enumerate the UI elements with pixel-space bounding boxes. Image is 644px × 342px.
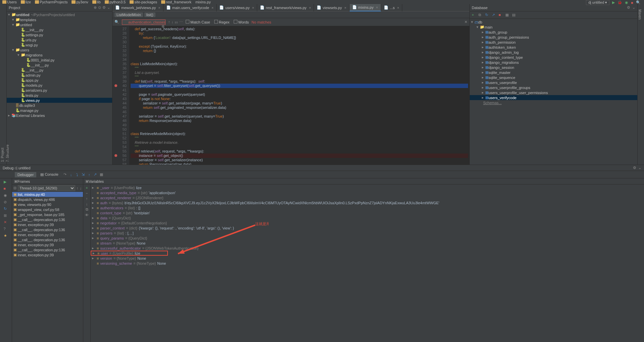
- variable-item[interactable]: ▸≡ auth = {bytes} b'eyJhbGciOiJIUzI1NiIs…: [91, 200, 644, 205]
- debugger-tab[interactable]: Debugger: [15, 172, 36, 177]
- variable-item[interactable]: ▸≡ parsers = {list} : [, , ]: [91, 230, 644, 236]
- more-icon[interactable]: ⋯: [179, 20, 183, 24]
- code-text[interactable]: def get_success_headers(self, data): try…: [129, 26, 469, 165]
- frame-item[interactable]: ▣inner, exception.py:39: [12, 232, 83, 237]
- regex-checkbox[interactable]: Regex: [214, 20, 230, 24]
- project-tool-button[interactable]: 1: Project: [0, 11, 5, 165]
- debug-hide-icon[interactable]: ⌄: [638, 166, 641, 170]
- frame-item[interactable]: ▣__call__, deprecation.py:136: [12, 247, 83, 252]
- frame-item[interactable]: ▣dispatch, views.py:486: [12, 197, 83, 202]
- tree-node[interactable]: 🐍urls.py: [7, 37, 112, 42]
- tree-root[interactable]: ▾📁 untitled ~/PycharmProjects/untitled: [7, 12, 112, 17]
- variable-item[interactable]: ≡ stream = {NoneType} None: [91, 241, 644, 246]
- debug-icon[interactable]: 🐞: [617, 0, 622, 5]
- stop-icon[interactable]: ■: [4, 186, 8, 191]
- search-icon[interactable]: 🔍: [636, 0, 641, 5]
- db-hide-icon[interactable]: ⌄: [632, 5, 635, 10]
- variable-item[interactable]: ▸≡ authenticators = {list} : []: [91, 205, 644, 210]
- db-table[interactable]: ▸▦ auth_group: [470, 30, 637, 35]
- db-table[interactable]: ▸▦ users_verifycode: [470, 95, 637, 100]
- db-table[interactable]: ▸▦ django_session: [470, 65, 637, 70]
- editor-tab[interactable]: 📄users/views.py×: [217, 4, 257, 11]
- debug-settings-icon[interactable]: ⚙: [633, 166, 636, 170]
- thread-dropdown[interactable]: Thread-10 (pid_56290): [18, 185, 75, 191]
- db-table[interactable]: ▸▦ users_userprofile_groups: [470, 85, 637, 90]
- view-breakpoints-icon[interactable]: ◉: [4, 193, 8, 198]
- frame-item[interactable]: ▣inner, exception.py:39: [12, 252, 83, 257]
- close-tab-icon[interactable]: ×: [158, 6, 160, 10]
- next-frame-icon[interactable]: ↓: [80, 186, 82, 190]
- tree-node[interactable]: ▾📁users: [7, 47, 112, 52]
- nav-item[interactable]: Users: [1, 0, 18, 4]
- tree-node[interactable]: 🐍apps.py: [7, 78, 112, 83]
- force-step-icon[interactable]: ⇲: [81, 172, 86, 177]
- run-to-cursor-icon[interactable]: ↗: [93, 172, 98, 177]
- tree-node[interactable]: ▾📁migrations: [7, 52, 112, 57]
- frame-item[interactable]: ▣wrapped_view, csrf.py:58: [12, 207, 83, 212]
- star-icon[interactable]: ★: [4, 233, 8, 238]
- maven-tool-button[interactable]: Maven: [637, 7, 642, 22]
- frame-item[interactable]: ▣list, mixins.py:40: [12, 192, 83, 197]
- close-tab-icon[interactable]: ×: [212, 6, 214, 10]
- editor-tab[interactable]: 📄viewsets.py×: [314, 4, 349, 11]
- nav-item[interactable]: mixins.py: [194, 0, 212, 4]
- nav-item[interactable]: PycharmProjects: [34, 0, 68, 4]
- resume-icon[interactable]: ▶: [4, 180, 8, 184]
- tree-node[interactable]: 🐍tests.py: [7, 93, 112, 98]
- tree-node[interactable]: ▾📁templates: [7, 17, 112, 22]
- tree-node[interactable]: 🐍models.py: [7, 83, 112, 88]
- close-tab-icon[interactable]: ×: [252, 6, 254, 10]
- tree-node[interactable]: ▾📁untitled: [7, 22, 112, 27]
- db-table[interactable]: ▸▦ django_migrations: [470, 60, 637, 65]
- nav-item[interactable]: lib: [91, 0, 102, 4]
- variable-item[interactable]: ▸≡ parser_context = {dict} {'kwargs': {}…: [91, 225, 644, 230]
- tree-node[interactable]: 🐍manage.py: [7, 108, 112, 113]
- match-case-checkbox[interactable]: Match Case: [186, 20, 210, 24]
- down-icon[interactable]: ↓: [86, 202, 88, 206]
- db-table[interactable]: ▸▦ auth_group_permissions: [470, 35, 637, 40]
- variable-item[interactable]: ≡ versioning_scheme = {NoneType} None: [91, 261, 644, 266]
- tree-node[interactable]: 🐍0001_initial.py: [7, 57, 112, 62]
- editor-tab[interactable]: 📄rest_framework/views.py×: [257, 4, 314, 11]
- db-schema[interactable]: ▾📁 main: [470, 25, 637, 30]
- refresh-icon[interactable]: ↻: [485, 13, 490, 17]
- select-opened-icon[interactable]: ⊙: [98, 5, 101, 10]
- variable-item[interactable]: ▸≡ version = {NoneType} None: [91, 256, 644, 261]
- settings-icon[interactable]: ⚙: [102, 5, 106, 10]
- nav-item[interactable]: py3env: [71, 0, 89, 4]
- breadcrumb-class[interactable]: ListModelMixin: [114, 12, 143, 17]
- run-config-select[interactable]: dj untitled ▾: [586, 0, 609, 5]
- run-icon[interactable]: ▶: [612, 0, 615, 5]
- help-icon[interactable]: ?: [4, 227, 8, 231]
- close-search-icon[interactable]: ✕: [464, 20, 467, 24]
- words-checkbox[interactable]: Words: [234, 20, 249, 24]
- tree-node[interactable]: ▸📚External Libraries: [7, 113, 112, 118]
- tree-node[interactable]: 🐍__init__.py: [7, 27, 112, 32]
- editor-tab[interactable]: 📄...s×: [381, 4, 402, 11]
- db-table[interactable]: ▸▦ django_admin_log: [470, 50, 637, 55]
- stop-icon[interactable]: ■: [499, 13, 503, 17]
- editor-tab[interactable]: 📄mework_jwt/views.py×: [112, 4, 164, 11]
- tree-node[interactable]: 🐍admin.py: [7, 73, 112, 78]
- duplicate-watch-icon[interactable]: ⧉: [86, 207, 88, 212]
- db-table[interactable]: ▸▦ users_userprofile_user_permissions: [470, 90, 637, 95]
- layout-icon[interactable]: ⊞: [4, 213, 8, 218]
- tree-node[interactable]: 🐍__init__.py: [7, 62, 112, 68]
- rerun-icon[interactable]: ↻: [4, 207, 8, 211]
- variable-item[interactable]: ▸≡ user = {UserProfile} lize: [91, 251, 168, 256]
- breadcrumb-method[interactable]: list(): [144, 12, 155, 17]
- filter-icon[interactable]: ⚏: [175, 20, 178, 24]
- frame-item[interactable]: ▣inner, exception.py:39: [12, 242, 83, 247]
- add-datasource-icon[interactable]: +: [472, 13, 476, 17]
- tree-node[interactable]: 🐍serializers.py: [7, 88, 112, 93]
- prev-match-icon[interactable]: ↑: [168, 20, 170, 24]
- nav-item[interactable]: rest_framework: [160, 0, 192, 4]
- duplicate-icon[interactable]: ⧉: [478, 13, 483, 17]
- frame-item[interactable]: ▣_get_response, base.py:185: [12, 212, 83, 217]
- variable-item[interactable]: ▸≡ data = {QueryDict}: [91, 215, 644, 220]
- tree-node[interactable]: 🐍__init__.py: [7, 68, 112, 73]
- variable-item[interactable]: ▸≡ successful_authenticator = {JSONWebTo…: [91, 246, 644, 251]
- show-watches-icon[interactable]: 👁: [85, 213, 89, 217]
- frame-item[interactable]: ▣__call__, deprecation.py:136: [12, 237, 83, 242]
- variable-item[interactable]: ≡ accepted_media_type = {str} 'applicati…: [91, 190, 644, 195]
